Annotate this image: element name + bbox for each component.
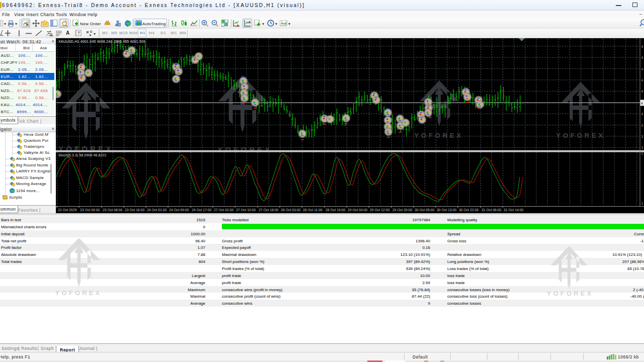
svg-text:YOFOREX: YOFOREX bbox=[556, 132, 605, 139]
svg-text:22 Oct 2025: 22 Oct 2025 bbox=[58, 208, 77, 212]
svg-text:4: 4 bbox=[641, 89, 643, 93]
svg-text:28 Oct 11:00: 28 Oct 11:00 bbox=[303, 208, 323, 212]
svg-text:27 Oct 02:00: 27 Oct 02:00 bbox=[214, 208, 234, 212]
svg-text:4: 4 bbox=[641, 67, 643, 71]
svg-text:28 Oct 03:00: 28 Oct 03:00 bbox=[281, 208, 301, 212]
svg-text:28 Oct 19:00: 28 Oct 19:00 bbox=[326, 208, 346, 212]
svg-text:3: 3 bbox=[641, 135, 643, 138]
svg-text:4: 4 bbox=[641, 102, 643, 105]
svg-text:27 Oct 18:00: 27 Oct 18:00 bbox=[259, 208, 279, 212]
svg-text:T: T bbox=[77, 31, 80, 36]
svg-text:30 Oct 05:00: 30 Oct 05:00 bbox=[415, 208, 435, 212]
svg-text:29 Oct 20:00: 29 Oct 20:00 bbox=[392, 208, 413, 212]
svg-text:23 Oct 00:00: 23 Oct 00:00 bbox=[80, 208, 100, 212]
svg-text:24 Oct 09:00: 24 Oct 09:00 bbox=[169, 208, 189, 212]
svg-text:YOFOREX: YOFOREX bbox=[414, 132, 463, 139]
svg-text:23 Oct 08:00: 23 Oct 08:00 bbox=[103, 208, 123, 212]
svg-text:1: 1 bbox=[641, 152, 643, 155]
svg-text:27 Oct 10:00: 27 Oct 10:00 bbox=[236, 208, 256, 212]
svg-text:3: 3 bbox=[641, 146, 643, 149]
svg-text:24 Oct 01:00: 24 Oct 01:00 bbox=[147, 208, 167, 212]
svg-text:YOFOREX: YOFOREX bbox=[217, 146, 272, 154]
svg-text:30 Oct 13:00: 30 Oct 13:00 bbox=[437, 208, 457, 212]
svg-text:4: 4 bbox=[641, 124, 643, 127]
svg-text:1: 1 bbox=[641, 202, 643, 205]
svg-text:31 Oct 06:00: 31 Oct 06:00 bbox=[481, 208, 502, 212]
svg-text:4: 4 bbox=[641, 78, 643, 82]
svg-text:4: 4 bbox=[641, 112, 643, 116]
svg-text:4: 4 bbox=[641, 45, 643, 48]
svg-text:Stoch(5,3,3) 58.0906 46.8222: Stoch(5,3,3) 58.0906 46.8222 bbox=[58, 153, 106, 157]
svg-text:E: E bbox=[50, 34, 52, 37]
svg-text:30 Oct 22:00: 30 Oct 22:00 bbox=[459, 208, 479, 212]
svg-text:29 Oct 04:00: 29 Oct 04:00 bbox=[348, 208, 368, 212]
svg-text:XAUUSD,H1 4001.045 4006.248 3: XAUUSD,H1 4001.045 4006.248 3995.955 400… bbox=[58, 40, 145, 43]
svg-text:4: 4 bbox=[641, 56, 643, 59]
svg-text:24 Oct 17:00: 24 Oct 17:00 bbox=[192, 208, 212, 212]
svg-text:31 Oct 14:00: 31 Oct 14:00 bbox=[504, 208, 524, 212]
svg-text:29 Oct 12:00: 29 Oct 12:00 bbox=[370, 208, 390, 212]
svg-text:23 Oct 16:00: 23 Oct 16:00 bbox=[125, 208, 145, 212]
